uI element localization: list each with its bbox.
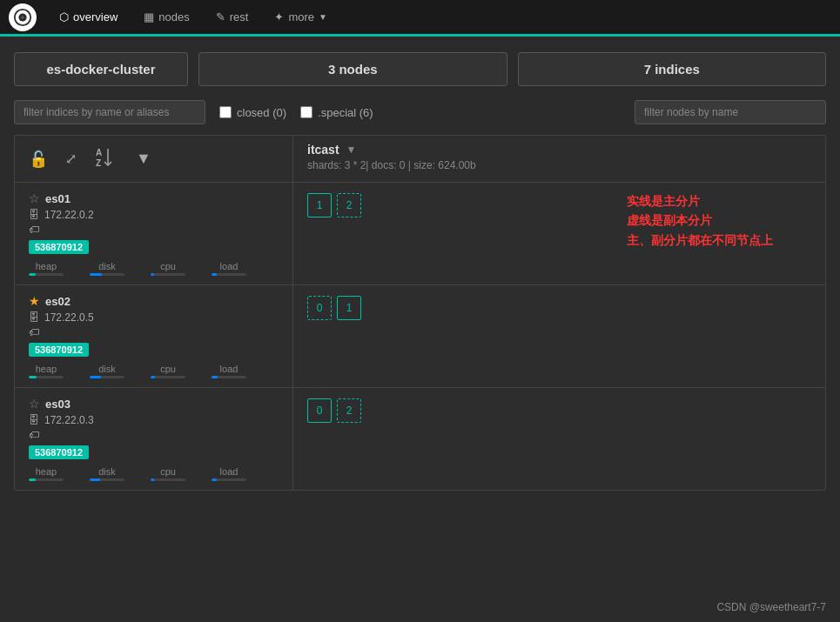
- node-badge-es01: 536870912: [29, 240, 89, 254]
- node-row: ☆ es01 🗄 172.22.0.2 🏷 536870912 heap: [15, 183, 825, 285]
- load-metric-es03: load: [212, 466, 246, 481]
- indices-count: 7: [644, 62, 651, 77]
- overview-icon: ⬡: [59, 10, 69, 23]
- load-metric-es01: load: [212, 261, 246, 276]
- node-name-es02: es02: [45, 295, 71, 308]
- sort-az-icon[interactable]: A Z: [94, 144, 118, 173]
- indices-label: indices: [655, 62, 700, 77]
- attrs-icon-es01: 🏷: [29, 224, 39, 236]
- cpu-metric-es01: cpu: [151, 261, 185, 276]
- disk-metric-es03: disk: [90, 466, 124, 481]
- app-logo: [9, 3, 37, 31]
- node-star-es03: ☆: [29, 397, 40, 411]
- load-metric-es02: load: [212, 364, 246, 378]
- nodes-label: nodes: [339, 62, 377, 77]
- filter-nodes-input[interactable]: [635, 100, 826, 124]
- closed-filter-label[interactable]: closed (0): [219, 106, 286, 119]
- watermark: CSDN @sweetheart7-7: [716, 601, 826, 613]
- svg-point-2: [21, 16, 24, 19]
- special-filter-label[interactable]: .special (6): [300, 106, 373, 119]
- node-info-es03: ☆ es03 🗄 172.22.0.3 🏷 536870912 heap: [15, 388, 293, 490]
- nav-more[interactable]: ✦ more ▼: [264, 5, 338, 29]
- shard-1-es02: 1: [337, 296, 361, 320]
- special-filter-checkbox[interactable]: [300, 106, 312, 118]
- cpu-metric-es02: cpu: [151, 364, 185, 378]
- node-star-es01: ☆: [29, 191, 40, 205]
- index-name: itcast: [307, 143, 339, 157]
- shard-1-es01: 1: [307, 193, 332, 217]
- shard-0-es03: 0: [307, 398, 332, 423]
- node-metrics-es02: heap disk cpu load: [29, 364, 279, 378]
- filter-row: closed (0) .special (6): [14, 100, 826, 124]
- shard-0-es02: 0: [307, 296, 332, 320]
- nav-nodes[interactable]: ▦ nodes: [133, 5, 199, 29]
- indices-count-box: 7 indices: [518, 52, 827, 86]
- filter-icon[interactable]: ▼: [136, 150, 151, 168]
- top-navigation: ⬡ overview ▦ nodes ✎ rest ✦ more ▼: [0, 0, 840, 37]
- heap-metric-es01: heap: [29, 261, 64, 276]
- node-ip-es03: 172.22.0.3: [44, 414, 94, 426]
- cluster-name-box: es-docker-cluster: [14, 52, 188, 86]
- node-info-es01: ☆ es01 🗄 172.22.0.2 🏷 536870912 heap: [15, 183, 293, 284]
- node-row: ★ es02 🗄 172.22.0.5 🏷 536870912 heap: [15, 285, 825, 388]
- nodes-count: 3: [328, 62, 335, 77]
- cluster-summary-row: es-docker-cluster 3 nodes 7 indices: [14, 52, 826, 86]
- nav-overview[interactable]: ⬡ overview: [49, 5, 128, 29]
- cluster-name: es-docker-cluster: [46, 62, 155, 77]
- node-ip-es02: 172.22.0.5: [44, 311, 94, 324]
- unlock-icon[interactable]: 🔓: [29, 150, 48, 169]
- expand-icon[interactable]: ⤢: [65, 150, 77, 167]
- closed-filter-checkbox[interactable]: [219, 106, 232, 118]
- table-header-controls: 🔓 ⤢ A Z ▼: [15, 136, 293, 182]
- shard-2-es01: 2: [337, 193, 361, 217]
- main-content: es-docker-cluster 3 nodes 7 indices clos…: [0, 37, 840, 491]
- node-metrics-es03: heap disk cpu load: [29, 466, 279, 481]
- svg-text:A: A: [96, 148, 102, 157]
- disk-metric-es02: disk: [90, 364, 124, 378]
- indices-table: 🔓 ⤢ A Z ▼ itcast ▼ shards: 3 * 2|: [14, 135, 826, 491]
- node-ip-es01: 172.22.0.2: [44, 209, 94, 221]
- attrs-icon-es03: 🏷: [29, 429, 39, 441]
- node-star-es02: ★: [29, 294, 40, 308]
- disk-icon-es03: 🗄: [29, 414, 39, 426]
- annotation: 实线是主分片 虚线是副本分片 主、副分片都在不同节点上: [627, 191, 773, 250]
- node-info-es02: ★ es02 🗄 172.22.0.5 🏷 536870912 heap: [15, 285, 293, 387]
- index-info: itcast ▼ shards: 3 * 2| docs: 0 | size: …: [293, 136, 825, 182]
- table-header: 🔓 ⤢ A Z ▼ itcast ▼ shards: 3 * 2|: [15, 136, 825, 183]
- nav-rest[interactable]: ✎ rest: [205, 5, 259, 29]
- node-shards-es03: 0 2: [293, 388, 825, 490]
- shards-row-es02: 0 1: [307, 296, 811, 320]
- filter-indices-input[interactable]: [14, 100, 205, 124]
- disk-metric-es01: disk: [90, 261, 124, 276]
- rest-icon: ✎: [216, 10, 225, 23]
- node-name-es03: es03: [45, 398, 71, 411]
- heap-metric-es03: heap: [29, 466, 64, 481]
- closed-filter-text: closed (0): [237, 106, 286, 119]
- index-meta: shards: 3 * 2| docs: 0 | size: 624.00b: [307, 159, 811, 171]
- disk-icon-es01: 🗄: [29, 209, 39, 221]
- node-shards-es01: 1 2 实线是主分片 虚线是副本分片 主、副分片都在不同节点上: [293, 183, 825, 284]
- more-dropdown-icon: ▼: [319, 12, 327, 22]
- cpu-metric-es03: cpu: [151, 466, 185, 481]
- node-badge-es02: 536870912: [29, 343, 89, 357]
- svg-text:Z: Z: [96, 158, 101, 168]
- node-metrics-es01: heap disk cpu load: [29, 261, 279, 276]
- shard-2-es03: 2: [337, 398, 361, 423]
- more-icon: ✦: [274, 10, 284, 23]
- disk-icon-es02: 🗄: [29, 311, 39, 324]
- node-badge-es03: 536870912: [29, 445, 89, 459]
- special-filter-text: .special (6): [318, 106, 373, 119]
- shards-row-es03: 0 2: [307, 398, 811, 423]
- node-row: ☆ es03 🗄 172.22.0.3 🏷 536870912 heap: [15, 388, 825, 490]
- nodes-icon: ▦: [144, 10, 154, 23]
- heap-metric-es02: heap: [29, 364, 64, 378]
- node-name-es01: es01: [45, 192, 71, 205]
- attrs-icon-es02: 🏷: [29, 326, 39, 338]
- nodes-count-box: 3 nodes: [198, 52, 507, 86]
- index-dropdown-arrow[interactable]: ▼: [346, 144, 357, 156]
- node-shards-es02: 0 1: [293, 285, 825, 387]
